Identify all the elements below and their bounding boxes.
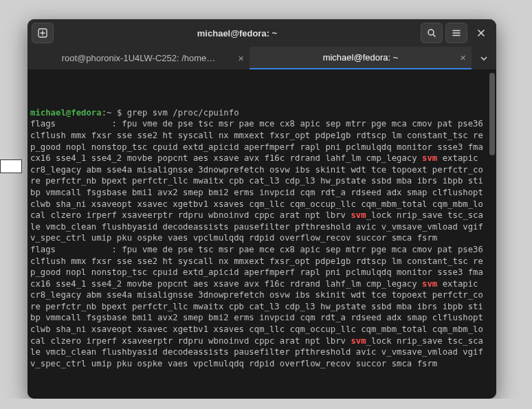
grep-match: svm: [422, 279, 437, 289]
scrollbar-thumb[interactable]: [489, 73, 495, 155]
tab-bar: root@phoronix-1U4LW-C252: /home… × micha…: [27, 47, 496, 70]
terminal-content: michael@fedora:~ $ grep svm /proc/cpuinf…: [30, 107, 494, 370]
cpu-flags-block-2a: fpu vme de pse tsc msr pae mce cx8 apic …: [30, 245, 488, 289]
prompt-symbol: $: [117, 108, 122, 118]
tab-label: michael@fedora: ~: [323, 52, 399, 63]
prompt-separator: :: [102, 108, 107, 118]
prompt-path: ~: [107, 108, 111, 118]
terminal-output[interactable]: michael@fedora:~ $ grep svm /proc/cpuinf…: [27, 70, 496, 399]
flags-label: flags: [30, 245, 56, 254]
flags-sep: :: [111, 245, 116, 254]
tab-label: root@phoronix-1U4LW-C252: /home…: [62, 53, 216, 63]
window-title: michael@fedora: ~: [56, 28, 418, 38]
flags-label: flags: [30, 119, 56, 129]
command-text: grep svm /proc/cpuinfo: [127, 108, 239, 118]
grep-match: svm: [422, 153, 437, 163]
new-tab-button[interactable]: [32, 23, 54, 43]
search-button[interactable]: [421, 23, 443, 43]
tab-inactive[interactable]: root@phoronix-1U4LW-C252: /home… ×: [27, 47, 250, 69]
flags-sep: :: [111, 119, 116, 129]
grep-match: svm: [351, 210, 366, 220]
tab-close-icon[interactable]: ×: [238, 52, 244, 64]
prompt-user-host: michael@fedora: [30, 108, 102, 118]
terminal-window: michael@fedora: ~ root@phoronix-1U4LW-C2…: [27, 19, 496, 399]
grep-match: svm: [351, 336, 366, 346]
tab-active[interactable]: michael@fedora: ~ ×: [250, 47, 472, 69]
menu-button[interactable]: [445, 23, 467, 43]
titlebar: michael@fedora: ~: [27, 19, 496, 47]
tab-close-icon[interactable]: ×: [460, 52, 466, 63]
close-button[interactable]: [470, 23, 492, 43]
cpu-flags-block-1a: fpu vme de pse tsc msr pae mce cx8 apic …: [30, 119, 488, 163]
tab-dropdown-button[interactable]: [472, 47, 496, 69]
